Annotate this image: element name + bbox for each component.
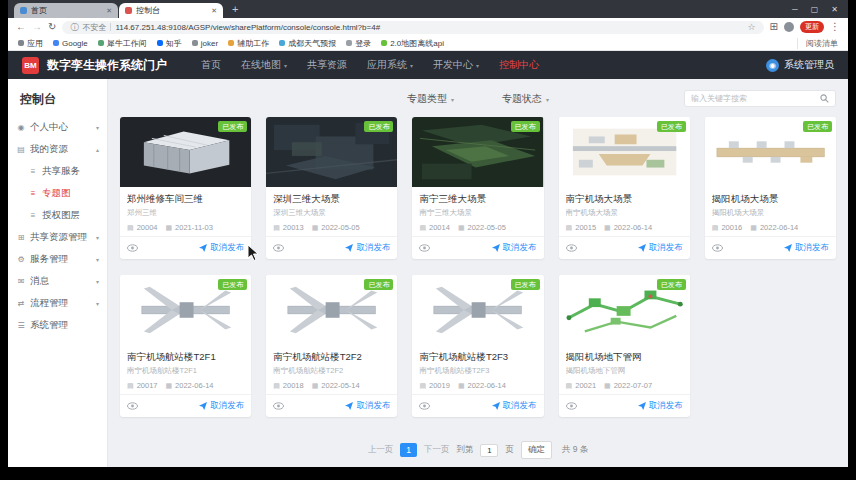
nav-item[interactable]: 控制中心 [489, 58, 549, 72]
bookmark-favicon [53, 40, 59, 46]
nav-item[interactable]: 应用系统 ▾ [357, 58, 423, 72]
topic-thumbnail: 已发布 [120, 117, 251, 187]
send-icon [199, 402, 207, 410]
back-button[interactable]: ← [16, 22, 26, 32]
unpublish-button[interactable]: 取消发布 [784, 242, 829, 254]
profile-avatar[interactable] [784, 22, 794, 32]
total-count: 共 9 条 [562, 444, 588, 456]
topic-thumbnail: 已发布 [412, 275, 543, 345]
unpublish-button[interactable]: 取消发布 [492, 400, 537, 412]
unpublish-button[interactable]: 取消发布 [638, 400, 683, 412]
update-badge[interactable]: 更新 [800, 21, 824, 33]
unpublish-button[interactable]: 取消发布 [199, 242, 244, 254]
views-eye-icon[interactable] [566, 402, 577, 410]
nav-item[interactable]: 首页 [191, 58, 231, 72]
views-eye-icon[interactable] [419, 244, 430, 252]
reading-list-button[interactable]: 阅读清单 [797, 38, 838, 49]
bookmark-favicon [346, 40, 352, 46]
views-eye-icon[interactable] [273, 402, 284, 410]
tab-strip-tabs: 首页 ✕ 控制台 ✕ [14, 3, 224, 18]
views-eye-icon[interactable] [712, 244, 723, 252]
calendar-icon: ▦ [458, 382, 465, 390]
sidebar-item[interactable]: ◉ 个人中心 ▾ [8, 116, 107, 138]
bookmark-item[interactable]: 犀牛工作间 [98, 38, 147, 49]
unpublish-button[interactable]: 取消发布 [345, 400, 390, 412]
unpublish-button[interactable]: 取消发布 [199, 400, 244, 412]
extensions-icon[interactable]: ⊞ [770, 22, 778, 32]
nav-item[interactable]: 共享资源 [297, 58, 357, 72]
topic-title: 深圳三维大场景 [273, 193, 390, 206]
bookmark-item[interactable]: 2.0地图离线api [381, 38, 444, 49]
nav-item[interactable]: 开发中心 ▾ [423, 58, 489, 72]
prev-page-button[interactable]: 上一页 [368, 444, 394, 456]
sidebar-item[interactable]: ✉ 消息 ▾ [8, 270, 107, 292]
sidebar-item[interactable]: ⇄ 流程管理 ▾ [8, 292, 107, 314]
sidebar-item[interactable]: ≡ 授权图层 [8, 204, 107, 226]
bookmark-item[interactable]: Google [53, 39, 88, 48]
new-tab-button[interactable]: + [232, 4, 238, 15]
maximize-icon[interactable]: ▢ [811, 5, 819, 14]
status-badge: 已发布 [218, 121, 247, 132]
bookmark-label: 犀牛工作间 [107, 38, 147, 49]
forward-button[interactable]: → [32, 22, 42, 32]
search-input[interactable] [691, 94, 816, 103]
browser-tab[interactable]: 首页 ✕ [14, 3, 118, 18]
topic-subtitle: 揭阳机场大场景 [712, 208, 829, 218]
topic-card-body: 南宁机场航站楼T2F2 南宁机场航站楼T2F2 ▤ 20018 ▦ 2022-0… [266, 345, 397, 394]
confirm-button[interactable]: 确定 [521, 441, 552, 459]
filter-topic-type[interactable]: 专题类型 ▾ [407, 92, 454, 106]
menu-kebab-icon[interactable]: ⋮ [830, 22, 840, 32]
sidebar-item[interactable]: ⊞ 共享资源管理 ▾ [8, 226, 107, 248]
topic-meta: ▤ 20013 ▦ 2022-05-05 [273, 223, 390, 232]
search-icon[interactable] [820, 94, 829, 103]
reload-button[interactable]: ↻ [48, 22, 56, 32]
next-page-button[interactable]: 下一页 [424, 444, 450, 456]
tab-close-icon[interactable]: ✕ [106, 7, 112, 15]
sidebar-item[interactable]: ⚙ 服务管理 ▾ [8, 248, 107, 270]
views-eye-icon[interactable] [419, 402, 430, 410]
close-icon[interactable]: ✕ [831, 5, 838, 14]
bookmark-item[interactable]: 知乎 [157, 38, 182, 49]
info-icon[interactable]: ⓘ [70, 22, 78, 33]
bookmark-item[interactable]: 应用 [18, 38, 43, 49]
sidebar-item[interactable]: ☰ 系统管理 [8, 314, 107, 336]
views-eye-icon[interactable] [127, 402, 138, 410]
page-1-button[interactable]: 1 [400, 443, 417, 457]
nav-item[interactable]: 在线地图 ▾ [231, 58, 297, 72]
search-box[interactable] [684, 90, 836, 107]
tab-close-icon[interactable]: ✕ [211, 7, 217, 15]
minimize-icon[interactable]: ─ [792, 5, 798, 14]
bookmark-item[interactable]: 登录 [346, 38, 371, 49]
unpublish-button[interactable]: 取消发布 [345, 242, 390, 254]
topic-date: 2022-05-05 [468, 223, 506, 232]
views-eye-icon[interactable] [127, 244, 138, 252]
user-name: 系统管理员 [784, 58, 834, 72]
topic-subtitle: 郑州三维 [127, 208, 244, 218]
topic-title: 揭阳机场地下管网 [566, 351, 683, 364]
sidebar-item[interactable]: ▤ 我的资源 ▴ [8, 138, 107, 160]
unpublish-button[interactable]: 取消发布 [492, 242, 537, 254]
sidebar-item[interactable]: ≡ 专题图 [8, 182, 107, 204]
topic-date: 2022-05-14 [321, 381, 359, 390]
unpublish-button[interactable]: 取消发布 [638, 242, 683, 254]
bookmark-item[interactable]: 成都天气预报 [279, 38, 336, 49]
bookmark-star-icon[interactable]: ☆ [748, 22, 756, 32]
page-jump-input[interactable] [480, 444, 498, 457]
topic-card: 已发布 郑州维修车间三维 郑州三维 ▤ 20004 ▦ 2021-11-03 取… [120, 117, 251, 259]
user-menu[interactable]: ◉ 系统管理员 [766, 58, 834, 72]
bookmark-item[interactable]: 辅助工作 [228, 38, 269, 49]
browser-tab[interactable]: 控制台 ✕ [119, 3, 223, 18]
sidebar-item[interactable]: ≡ 共享服务 [8, 160, 107, 182]
topic-title: 南宁机场航站楼T2F3 [419, 351, 536, 364]
status-badge: 已发布 [657, 121, 686, 132]
address-bar[interactable]: ⓘ 不安全 114.67.251.48:9108/AGSP/view/share… [62, 21, 763, 34]
bookmark-favicon [279, 40, 285, 46]
sidebar-item-label: 共享服务 [42, 165, 80, 178]
bookmark-item[interactable]: joker [192, 39, 218, 48]
views-eye-icon[interactable] [273, 244, 284, 252]
topic-date: 2022-05-05 [321, 223, 359, 232]
views-eye-icon[interactable] [566, 244, 577, 252]
topic-title: 南宁机场大场景 [566, 193, 683, 206]
topic-meta: ▤ 20004 ▦ 2021-11-03 [127, 223, 244, 232]
filter-topic-status[interactable]: 专题状态 ▾ [502, 92, 549, 106]
